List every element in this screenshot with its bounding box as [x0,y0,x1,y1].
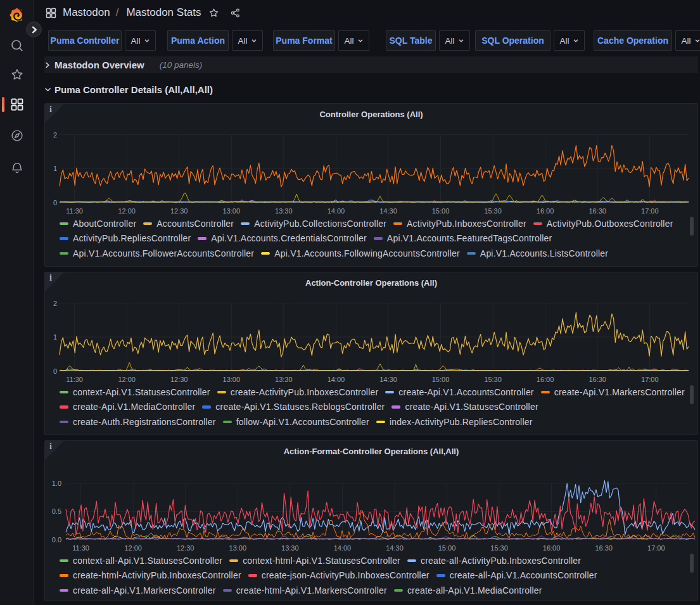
svg-text:12:30: 12:30 [170,376,188,383]
svg-text:13:30: 13:30 [275,376,293,383]
svg-text:16:00: 16:00 [543,544,561,552]
svg-text:15:30: 15:30 [484,376,502,383]
svg-text:1: 1 [53,165,57,172]
svg-text:14:00: 14:00 [328,376,345,383]
svg-text:14:00: 14:00 [328,207,345,215]
svg-text:13:30: 13:30 [275,207,293,215]
svg-text:0.0: 0.0 [52,536,61,544]
svg-text:14:00: 14:00 [334,544,352,552]
svg-text:0.5: 0.5 [52,507,61,515]
svg-text:15:00: 15:00 [432,376,450,383]
svg-text:11:30: 11:30 [66,207,83,215]
svg-text:16:30: 16:30 [589,207,606,215]
svg-text:13:00: 13:00 [229,544,247,552]
svg-text:15:30: 15:30 [490,544,508,552]
svg-text:13:30: 13:30 [281,544,299,552]
svg-text:14:30: 14:30 [386,544,404,552]
svg-text:12:00: 12:00 [118,207,136,215]
svg-text:0: 0 [53,199,57,207]
svg-text:16:00: 16:00 [537,207,554,215]
svg-text:0: 0 [53,367,57,375]
svg-text:16:00: 16:00 [537,376,554,383]
svg-text:14:30: 14:30 [379,376,397,383]
svg-text:11:30: 11:30 [66,376,83,383]
svg-text:17:00: 17:00 [647,544,665,552]
svg-text:13:00: 13:00 [223,207,241,215]
svg-text:12:00: 12:00 [124,544,142,552]
svg-text:11:30: 11:30 [72,544,89,552]
svg-text:1.0: 1.0 [52,480,61,487]
svg-text:17:00: 17:00 [641,207,659,215]
svg-text:16:30: 16:30 [589,376,606,383]
svg-text:13:00: 13:00 [223,376,241,383]
svg-text:17:00: 17:00 [641,376,659,383]
svg-text:12:30: 12:30 [177,544,194,552]
svg-text:16:30: 16:30 [595,544,613,552]
svg-text:15:30: 15:30 [484,207,502,215]
svg-text:12:00: 12:00 [118,376,136,383]
svg-text:12:30: 12:30 [170,207,188,215]
svg-text:1: 1 [53,333,57,341]
svg-text:15:00: 15:00 [432,207,450,215]
svg-text:2: 2 [53,131,57,139]
svg-text:15:00: 15:00 [438,544,456,552]
svg-text:14:30: 14:30 [379,207,397,215]
svg-text:2: 2 [53,300,57,307]
